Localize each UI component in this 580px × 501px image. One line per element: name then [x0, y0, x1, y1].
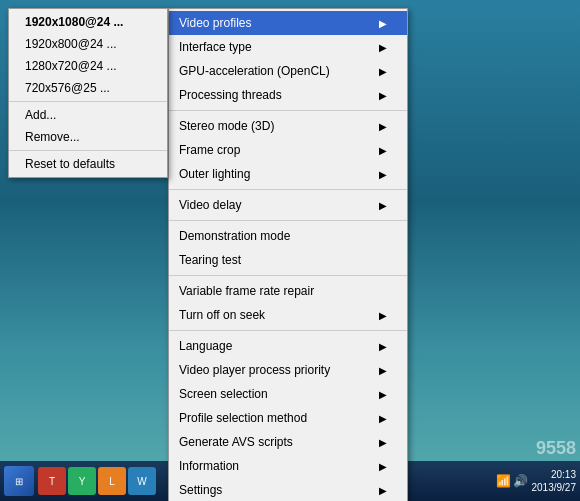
menu-item-information[interactable]: Information▶	[169, 454, 407, 478]
menu-item-frame-crop[interactable]: Frame crop▶	[169, 138, 407, 162]
submenu-arrow-icon: ▶	[379, 310, 387, 321]
menu-item-label: Tearing test	[179, 253, 387, 267]
taskbar-icon-3[interactable]: L	[98, 467, 126, 495]
submenu-arrow-icon: ▶	[379, 121, 387, 132]
taskbar-icon-4[interactable]: W	[128, 467, 156, 495]
menu-item-label: GPU-acceleration (OpenCL)	[179, 64, 371, 78]
menu-item-label: Profile selection method	[179, 411, 371, 425]
menu-item-label: Processing threads	[179, 88, 371, 102]
menu-item-demonstration-mode[interactable]: Demonstration mode	[169, 224, 407, 248]
menu-item-processing-threads[interactable]: Processing threads▶	[169, 83, 407, 107]
submenu-arrow-icon: ▶	[379, 341, 387, 352]
submenu-arrow-icon: ▶	[379, 66, 387, 77]
submenu-arrow-icon: ▶	[379, 365, 387, 376]
menu-item-generate-avs-scripts[interactable]: Generate AVS scripts▶	[169, 430, 407, 454]
menu-item-tearing-test[interactable]: Tearing test	[169, 248, 407, 272]
taskbar-icon-2[interactable]: Y	[68, 467, 96, 495]
menu-item-label: Information	[179, 459, 371, 473]
menu-item-label: Video delay	[179, 198, 371, 212]
start-button[interactable]: ⊞	[4, 466, 34, 496]
menu-separator-16	[169, 330, 407, 331]
menu-item-label: Language	[179, 339, 371, 353]
submenu-arrow-icon: ▶	[379, 90, 387, 101]
submenu-arrow-icon: ▶	[379, 437, 387, 448]
submenu-separator-7	[9, 150, 167, 151]
main-context-menu: Video profiles▶Interface type▶GPU-accele…	[168, 8, 408, 501]
submenu-profile-item[interactable]: 720x576@25 ...	[9, 77, 167, 99]
submenu-arrow-icon: ▶	[379, 145, 387, 156]
menu-item-video-profiles[interactable]: Video profiles▶	[169, 11, 407, 35]
menu-item-label: Variable frame rate repair	[179, 284, 387, 298]
submenu-arrow-icon: ▶	[379, 389, 387, 400]
menu-item-screen-selection[interactable]: Screen selection▶	[169, 382, 407, 406]
submenu-arrow-icon: ▶	[379, 42, 387, 53]
menu-item-variable-frame-rate-repair[interactable]: Variable frame rate repair	[169, 279, 407, 303]
menu-item-label: Turn off on seek	[179, 308, 371, 322]
menu-separator-8	[169, 189, 407, 190]
menu-separator-10	[169, 220, 407, 221]
menu-item-video-delay[interactable]: Video delay▶	[169, 193, 407, 217]
network-icon: 📶	[496, 474, 511, 488]
menu-item-profile-selection-method[interactable]: Profile selection method▶	[169, 406, 407, 430]
menu-item-turn-off-on-seek[interactable]: Turn off on seek▶	[169, 303, 407, 327]
menu-item-language[interactable]: Language▶	[169, 334, 407, 358]
menu-item-label: Video player process priority	[179, 363, 371, 377]
taskbar-icon-1[interactable]: T	[38, 467, 66, 495]
video-profiles-submenu: 1920x1080@24 ...1920x800@24 ...1280x720@…	[8, 8, 168, 178]
submenu-arrow-icon: ▶	[379, 18, 387, 29]
tray-clock: 20:13 2013/9/27	[532, 468, 577, 494]
taskbar-tray: 📶 🔊 20:13 2013/9/27	[496, 468, 577, 494]
menu-item-video-player-process-priority[interactable]: Video player process priority▶	[169, 358, 407, 382]
menu-item-label: Frame crop	[179, 143, 371, 157]
submenu-arrow-icon: ▶	[379, 169, 387, 180]
menu-item-label: Video profiles	[179, 16, 371, 30]
menu-item-label: Interface type	[179, 40, 371, 54]
menu-item-label: Settings	[179, 483, 371, 497]
menu-item-label: Screen selection	[179, 387, 371, 401]
submenu-profile-item[interactable]: Remove...	[9, 126, 167, 148]
submenu-arrow-icon: ▶	[379, 200, 387, 211]
menu-item-interface-type[interactable]: Interface type▶	[169, 35, 407, 59]
submenu-arrow-icon: ▶	[379, 485, 387, 496]
submenu-profile-item[interactable]: 1920x800@24 ...	[9, 33, 167, 55]
menu-item-label: Outer lighting	[179, 167, 371, 181]
tray-icons: 📶 🔊	[496, 474, 528, 488]
submenu-profile-item[interactable]: 1920x1080@24 ...	[9, 11, 167, 33]
submenu-profile-item[interactable]: Reset to defaults	[9, 153, 167, 175]
menu-separator-13	[169, 275, 407, 276]
menu-item-label: Generate AVS scripts	[179, 435, 371, 449]
submenu-profile-item[interactable]: 1280x720@24 ...	[9, 55, 167, 77]
menu-item-gpu-acceleration-opencl[interactable]: GPU-acceleration (OpenCL)▶	[169, 59, 407, 83]
submenu-arrow-icon: ▶	[379, 413, 387, 424]
watermark: 9558	[536, 438, 576, 459]
submenu-separator-4	[9, 101, 167, 102]
menu-item-label: Demonstration mode	[179, 229, 387, 243]
submenu-arrow-icon: ▶	[379, 461, 387, 472]
submenu-profile-item[interactable]: Add...	[9, 104, 167, 126]
menu-item-settings[interactable]: Settings▶	[169, 478, 407, 501]
volume-icon[interactable]: 🔊	[513, 474, 528, 488]
menu-item-stereo-mode-3d[interactable]: Stereo mode (3D)▶	[169, 114, 407, 138]
menu-item-label: Stereo mode (3D)	[179, 119, 371, 133]
menu-separator-4	[169, 110, 407, 111]
menu-item-outer-lighting[interactable]: Outer lighting▶	[169, 162, 407, 186]
